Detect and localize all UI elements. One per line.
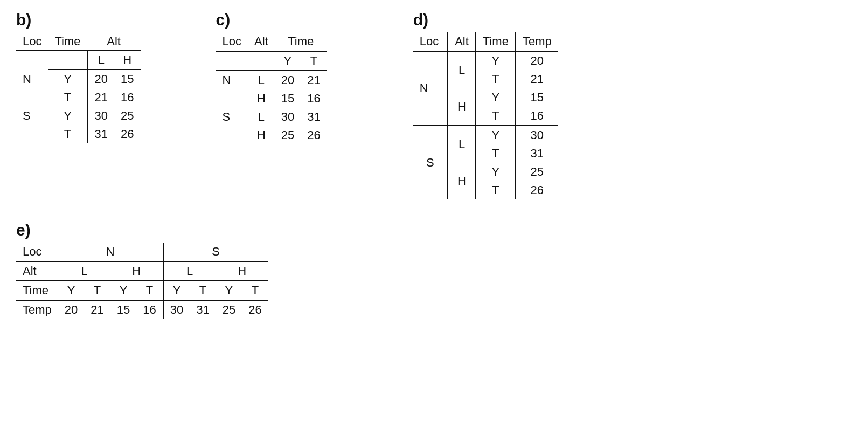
- th-e-S-divider: S: [163, 243, 268, 261]
- table-row: N L 20 21: [216, 71, 327, 89]
- cell-b-H-2: 16: [114, 88, 140, 107]
- cell-d-temp-6: 31: [516, 144, 558, 163]
- table-row: S Y 30 25: [16, 107, 141, 125]
- cell-c-alt-2: H: [248, 89, 275, 108]
- cell-d-temp-4: 16: [516, 107, 558, 125]
- cell-d-time-6: T: [476, 144, 516, 163]
- th-e-alt-S-H: H: [216, 262, 268, 280]
- th-c-loc: Loc: [216, 32, 248, 51]
- cell-e-v3: 15: [110, 301, 136, 319]
- table-row: S L 30 31: [216, 108, 327, 126]
- cell-c-alt-3: L: [248, 108, 275, 126]
- table-row: N Y 20 15: [16, 70, 141, 88]
- table-row: T 31 26: [16, 125, 141, 143]
- th-c-empty1: [216, 51, 248, 71]
- th-d-temp: Temp: [516, 32, 558, 52]
- cell-d-temp-7: 25: [516, 163, 558, 181]
- cell-c-alt-1: L: [248, 71, 275, 89]
- cell-c-Y-1: 20: [275, 71, 301, 89]
- th-e-alt-N-H: H: [110, 262, 163, 280]
- th-e-N: N: [58, 243, 163, 261]
- th-e-temp: Temp: [16, 301, 58, 319]
- table-b: Loc Time Alt L H N Y 20: [16, 32, 141, 143]
- table-e-time-row: Time Y T Y T Y T Y T: [16, 281, 268, 300]
- th-c-Y: Y: [275, 51, 301, 71]
- th-d-alt: Alt: [448, 32, 476, 52]
- table-c-subheader: Y T: [216, 51, 327, 71]
- cell-c-loc-3: S: [216, 108, 248, 126]
- section-e: e) Loc N S Alt L: [16, 221, 268, 319]
- cell-c-T-1: 21: [301, 71, 327, 89]
- cell-c-loc-4: [216, 126, 248, 144]
- cell-e-t8: T: [242, 281, 268, 300]
- cell-d-temp-1: 20: [516, 52, 558, 70]
- th-e-time: Time: [16, 281, 58, 300]
- table-b-subheader: L H: [16, 51, 141, 70]
- table-row: T 21 16: [16, 88, 141, 107]
- th-c-empty2: [248, 51, 275, 71]
- cell-b-loc-4: [16, 125, 48, 143]
- cell-d-temp-8: 26: [516, 181, 558, 199]
- section-d: d) Loc Alt Time Temp N L Y: [413, 11, 558, 199]
- cell-b-L-2: 21: [87, 88, 114, 107]
- table-row: H 15 16: [216, 89, 327, 108]
- divider-d-time: Y: [476, 125, 516, 144]
- cell-e-v7: 25: [216, 301, 242, 319]
- cell-d-time-8: T: [476, 181, 516, 199]
- divider-d-temp: 30: [516, 125, 558, 144]
- cell-e-v2: 21: [84, 301, 110, 319]
- table-e-alt-row: Alt L H L H: [16, 262, 268, 280]
- cell-d-alt-7: H: [448, 163, 476, 199]
- th-b-empty1: [16, 51, 48, 70]
- cell-b-L-4: 31: [87, 125, 114, 143]
- cell-e-t3: Y: [110, 281, 136, 300]
- cell-b-L-1: 20: [87, 70, 114, 88]
- cell-b-time-4: T: [48, 125, 87, 143]
- cell-b-H-3: 25: [114, 107, 140, 125]
- th-d-loc: Loc: [413, 32, 448, 52]
- table-d-divider-row: S L Y 30: [413, 125, 558, 144]
- cell-c-alt-4: H: [248, 126, 275, 144]
- bottom-row: e) Loc N S Alt L: [16, 221, 852, 319]
- section-b-label: b): [16, 11, 141, 29]
- cell-b-loc-1: N: [16, 70, 48, 88]
- th-b-H: H: [114, 51, 140, 70]
- cell-c-loc-1: N: [216, 71, 248, 89]
- cell-e-v8: 26: [242, 301, 268, 319]
- cell-b-loc-3: S: [16, 107, 48, 125]
- th-b-empty2: [48, 51, 87, 70]
- cell-b-time-1: Y: [48, 70, 87, 88]
- divider-d-alt: L: [448, 125, 476, 163]
- table-b-header: Loc Time Alt: [16, 32, 141, 51]
- th-e-alt: Alt: [16, 262, 58, 280]
- cell-d-loc-1: N: [413, 52, 448, 125]
- table-c-header: Loc Alt Time: [216, 32, 327, 51]
- cell-e-t1: Y: [58, 281, 84, 300]
- th-c-alt: Alt: [248, 32, 275, 51]
- table-e: Loc N S Alt L H L H: [16, 243, 268, 319]
- table-row: N L Y 20: [413, 52, 558, 70]
- section-d-label: d): [413, 11, 558, 29]
- table-c: Loc Alt Time Y T N L 20: [216, 32, 327, 144]
- cell-d-alt-1: L: [448, 52, 476, 88]
- th-d-time: Time: [476, 32, 516, 52]
- cell-c-loc-2: [216, 89, 248, 108]
- th-b-loc: Loc: [16, 32, 48, 51]
- table-e-header-row: Loc N S: [16, 243, 268, 261]
- cell-b-L-3: 30: [87, 107, 114, 125]
- cell-e-t4: T: [136, 281, 162, 300]
- section-e-label: e): [16, 221, 268, 239]
- top-row: b) Loc Time Alt L H: [16, 11, 852, 199]
- divider-d-loc: S: [413, 125, 448, 199]
- th-e-loc: Loc: [16, 243, 58, 261]
- cell-d-time-4: T: [476, 107, 516, 125]
- table-d: Loc Alt Time Temp N L Y 20 T: [413, 32, 558, 199]
- cell-c-T-4: 26: [301, 126, 327, 144]
- cell-b-time-2: T: [48, 88, 87, 107]
- cell-c-Y-3: 30: [275, 108, 301, 126]
- cell-e-t2: T: [84, 281, 110, 300]
- cell-d-time-3: Y: [476, 88, 516, 107]
- cell-d-alt-3: H: [448, 88, 476, 125]
- cell-b-H-4: 26: [114, 125, 140, 143]
- cell-e-t6: T: [190, 281, 216, 300]
